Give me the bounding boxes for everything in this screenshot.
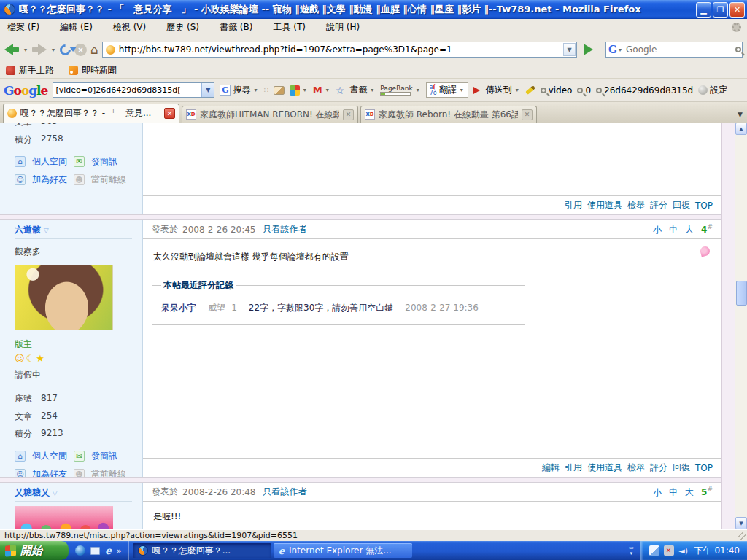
- bookmark-getting-started[interactable]: 新手上路: [6, 64, 54, 77]
- only-author-link[interactable]: 只看該作者: [263, 223, 307, 236]
- engine-dropdown-icon[interactable]: ▾: [619, 47, 622, 53]
- size-medium-link[interactable]: 中: [669, 224, 678, 236]
- top-link[interactable]: TOP: [695, 463, 713, 473]
- show-desktop-icon[interactable]: [90, 547, 100, 555]
- news-cube-button[interactable]: ▾: [290, 85, 308, 96]
- home-space-icon[interactable]: ⌂: [15, 451, 26, 462]
- url-bar[interactable]: ▼: [102, 42, 577, 58]
- send-to-button[interactable]: 傳送到▾: [473, 84, 520, 96]
- taskbar-toolbar-handle[interactable]: ▭ ▾: [623, 541, 640, 560]
- quicklaunch-overflow-icon[interactable]: »: [117, 546, 122, 556]
- size-medium-link[interactable]: 中: [669, 486, 678, 499]
- add-friend-link[interactable]: 加為好友: [32, 468, 67, 477]
- chevron-down-icon[interactable]: ▽: [53, 489, 58, 497]
- google-search-button[interactable]: G 搜尋▾: [220, 84, 258, 96]
- report-link[interactable]: 檢舉: [627, 199, 645, 211]
- close-button[interactable]: ✕: [729, 2, 745, 18]
- quicklaunch-sphere-icon[interactable]: [75, 545, 85, 556]
- username-link[interactable]: 六道骸: [15, 225, 41, 235]
- resize-grip[interactable]: [738, 532, 746, 540]
- gbookmarks-button[interactable]: 書籤▾: [349, 84, 375, 96]
- size-small-link[interactable]: 小: [653, 486, 662, 499]
- menu-tools[interactable]: 工具 (T): [273, 21, 306, 34]
- message-icon[interactable]: ✉: [74, 156, 85, 167]
- tray-app-icon[interactable]: [649, 545, 659, 556]
- user-space-link[interactable]: 個人空間: [32, 155, 67, 168]
- scroll-down-button[interactable]: ▼: [735, 517, 747, 529]
- menu-edit[interactable]: 編輯 (E): [60, 21, 93, 34]
- highlighter-icon[interactable]: [525, 85, 535, 95]
- quote-link[interactable]: 引用: [565, 462, 582, 474]
- only-author-link[interactable]: 只看該作者: [263, 486, 307, 498]
- top-link[interactable]: TOP: [695, 201, 713, 211]
- back-dropdown-icon[interactable]: ▾: [24, 47, 27, 53]
- add-friend-link[interactable]: 加為好友: [32, 174, 67, 186]
- rating-user-link[interactable]: 呆呆小宇: [161, 302, 196, 314]
- search-input[interactable]: [626, 44, 735, 55]
- ie-quicklaunch-icon[interactable]: e: [105, 545, 112, 556]
- tab-thread[interactable]: 嘎？？怎麼回事？？ - 「 意見... ✕: [3, 104, 179, 122]
- google-engine-icon[interactable]: G: [608, 44, 617, 55]
- menu-history[interactable]: 歷史 (S): [166, 21, 199, 34]
- menu-help[interactable]: 說明 (H): [326, 21, 360, 34]
- term-button-0[interactable]: 0: [577, 85, 591, 96]
- tab-close-icon[interactable]: ✕: [343, 109, 354, 120]
- go-button[interactable]: [584, 44, 599, 55]
- tab-list-dropdown-icon[interactable]: ▼: [738, 111, 743, 118]
- size-small-link[interactable]: 小: [653, 224, 662, 236]
- rate-link[interactable]: 評分: [650, 462, 667, 474]
- google-query-combobox[interactable]: ▼: [53, 82, 214, 98]
- rate-link[interactable]: 評分: [650, 199, 667, 211]
- term-button-hash[interactable]: 26d6429d69d8315d: [596, 85, 693, 96]
- menu-view[interactable]: 檢視 (V): [113, 21, 146, 34]
- send-pm-link[interactable]: 發簡訊: [91, 450, 117, 462]
- gmail-button[interactable]: M▾: [313, 85, 330, 96]
- reply-link[interactable]: 回復: [673, 462, 690, 474]
- photos-icon[interactable]: [274, 86, 285, 95]
- query-dropdown-button[interactable]: ▼: [201, 83, 214, 97]
- vertical-scrollbar[interactable]: ▲ ▼: [735, 122, 747, 529]
- quote-link[interactable]: 引用: [565, 199, 582, 211]
- translate-button[interactable]: aí7ò 翻譯▾: [426, 82, 468, 98]
- back-button[interactable]: [4, 44, 19, 55]
- start-button[interactable]: 開始: [0, 541, 69, 560]
- forward-dropdown-icon[interactable]: ▾: [52, 47, 55, 53]
- minimize-button[interactable]: ▁: [696, 2, 711, 18]
- tray-error-icon[interactable]: ✕: [664, 545, 674, 556]
- chevron-down-icon[interactable]: ▽: [44, 227, 49, 234]
- tab-reborn-1[interactable]: XD 家庭教師HITMAN REBORN! 在線動... ✕: [182, 106, 358, 122]
- tab-close-icon[interactable]: ✕: [164, 108, 175, 119]
- taskbar-button-firefox[interactable]: 嘎？？怎麼回事？...: [133, 543, 271, 558]
- add-friend-icon[interactable]: ☺: [15, 469, 26, 477]
- restore-button[interactable]: ❐: [713, 2, 728, 18]
- user-space-link[interactable]: 個人空間: [32, 450, 67, 462]
- home-space-icon[interactable]: ⌂: [15, 156, 26, 167]
- search-bar[interactable]: G ▾: [605, 42, 743, 58]
- send-pm-link[interactable]: 發簡訊: [91, 155, 117, 168]
- report-link[interactable]: 檢舉: [627, 462, 645, 474]
- size-large-link[interactable]: 大: [685, 224, 694, 236]
- refresh-button[interactable]: [58, 42, 73, 57]
- bookmark-star-icon[interactable]: ☆: [336, 85, 345, 96]
- scrollbar-thumb[interactable]: [736, 281, 747, 306]
- volume-icon[interactable]: ◄): [678, 545, 689, 556]
- add-friend-icon[interactable]: ☺: [15, 174, 26, 185]
- search-icon[interactable]: [735, 47, 741, 52]
- url-dropdown-button[interactable]: ▼: [563, 43, 576, 56]
- taskbar-button-ie[interactable]: e Internet Explorer 無法...: [274, 543, 412, 558]
- username-link[interactable]: 乂糖糖乂: [15, 487, 50, 497]
- home-button[interactable]: ⌂: [90, 44, 98, 56]
- forward-button[interactable]: [32, 44, 47, 55]
- props-link[interactable]: 使用道具: [587, 462, 622, 474]
- term-button-video[interactable]: video: [541, 85, 573, 96]
- tab-close-icon[interactable]: ✕: [522, 109, 533, 120]
- pagerank-widget[interactable]: PageRank ▾: [380, 85, 420, 96]
- scroll-up-button[interactable]: ▲: [735, 122, 747, 135]
- url-input[interactable]: [119, 44, 563, 55]
- settings-button[interactable]: 設定: [698, 84, 727, 96]
- size-large-link[interactable]: 大: [685, 486, 694, 499]
- google-query-input[interactable]: [53, 85, 201, 95]
- menu-bookmarks[interactable]: 書籤 (B): [220, 21, 252, 34]
- menu-file[interactable]: 檔案 (F): [7, 21, 39, 34]
- reply-link[interactable]: 回復: [673, 199, 690, 211]
